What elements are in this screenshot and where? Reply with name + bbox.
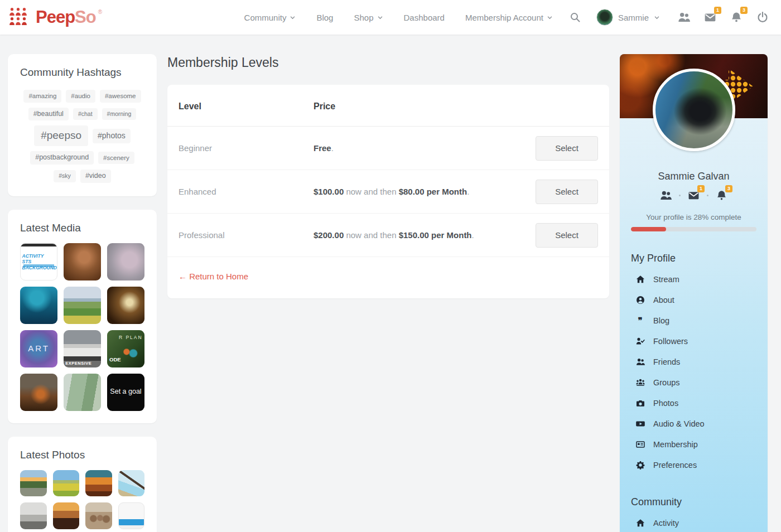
hashtag-chat[interactable]: #chat bbox=[73, 108, 98, 120]
column-header-price: Price bbox=[314, 101, 529, 112]
friend-requests-button[interactable] bbox=[678, 11, 690, 23]
people-icon bbox=[660, 190, 672, 201]
media-thumb-gray-smoke[interactable] bbox=[107, 243, 144, 280]
profile-menu-followers[interactable]: Followers bbox=[620, 331, 768, 351]
nav-item-dashboard[interactable]: Dashboard bbox=[404, 13, 445, 22]
photo-thumb-document-screenshot[interactable] bbox=[118, 502, 145, 529]
profile-avatar[interactable] bbox=[653, 69, 735, 151]
top-navbar: PeepSo ® Community Blog Shop Dashboard M… bbox=[0, 0, 781, 35]
table-row-beginner: Beginner Free. Select bbox=[167, 127, 609, 170]
photo-thumb-sepia-balloons[interactable] bbox=[85, 502, 112, 529]
hashtag-postbackground[interactable]: #postbackground bbox=[30, 151, 94, 165]
photo-grid bbox=[20, 470, 144, 529]
profile-friends-button[interactable] bbox=[660, 190, 672, 201]
peepso-people-icon bbox=[9, 8, 33, 27]
hashtag-awesome[interactable]: #awesome bbox=[100, 90, 141, 103]
hashtag-photos[interactable]: #photos bbox=[93, 129, 131, 143]
price-cell: Free. bbox=[314, 143, 529, 153]
nav-item-membership-account[interactable]: Membership Account bbox=[465, 13, 553, 22]
profile-menu-preferences[interactable]: Preferences bbox=[620, 454, 768, 475]
photo-thumb-palm-beach[interactable] bbox=[118, 470, 145, 497]
select-professional-button[interactable]: Select bbox=[536, 223, 598, 248]
price-cell: $100.00 now and then $80.00 per Month. bbox=[314, 187, 529, 196]
search-button[interactable] bbox=[570, 12, 581, 23]
media-thumb-night-figure[interactable] bbox=[107, 287, 144, 324]
chevron-down-icon bbox=[547, 14, 553, 21]
profile-menu-blog[interactable]: ❞Blog bbox=[620, 310, 768, 331]
hashtag-amazing[interactable]: #amazing bbox=[23, 90, 61, 103]
return-to-home-link[interactable]: ← Return to Home bbox=[179, 272, 248, 281]
hashtag-cloud: #amazing #audio #awesome #beautiful #cha… bbox=[20, 88, 144, 184]
nav-item-community[interactable]: Community bbox=[244, 13, 296, 22]
hashtag-audio[interactable]: #audio bbox=[66, 90, 95, 103]
widget-title: Latest Media bbox=[20, 222, 144, 234]
separator-dot bbox=[707, 195, 708, 196]
profile-menu-photos[interactable]: Photos bbox=[620, 393, 768, 413]
photo-thumb-crowd-sunset[interactable] bbox=[53, 502, 80, 529]
hashtag-video[interactable]: #video bbox=[80, 170, 111, 183]
chevron-down-icon bbox=[290, 14, 296, 21]
people-group-icon bbox=[635, 378, 645, 387]
power-icon bbox=[756, 11, 769, 23]
user-check-icon bbox=[635, 337, 645, 346]
media-thumb-autumn-forest[interactable] bbox=[20, 374, 57, 411]
video-icon bbox=[635, 419, 645, 428]
section-header-my-profile: My Profile bbox=[620, 253, 768, 264]
profile-icon-row: 1 3 bbox=[620, 190, 768, 201]
photo-thumb-sunset-landscape[interactable] bbox=[85, 470, 112, 497]
home-icon bbox=[635, 275, 645, 284]
search-icon bbox=[570, 12, 581, 23]
messages-badge: 1 bbox=[697, 185, 705, 192]
media-thumb-orange-smoke[interactable] bbox=[64, 243, 101, 280]
profile-completeness-text: Your profile is 28% complete bbox=[620, 213, 768, 221]
hashtag-peepso[interactable]: #peepso bbox=[34, 125, 88, 146]
photo-thumb-foggy-temple[interactable] bbox=[20, 502, 47, 529]
user-menu[interactable]: Sammie bbox=[596, 9, 660, 26]
community-menu-activity[interactable]: Activity bbox=[620, 512, 768, 532]
column-header-level: Level bbox=[179, 101, 314, 112]
profile-menu-membership[interactable]: Membership bbox=[620, 434, 768, 454]
chevron-down-icon bbox=[377, 14, 383, 21]
hashtag-sky[interactable]: #sky bbox=[54, 170, 76, 182]
hashtag-beautiful[interactable]: #beautiful bbox=[28, 108, 69, 121]
latest-photos-widget: Latest Photos bbox=[8, 437, 157, 532]
nav-item-blog[interactable]: Blog bbox=[316, 13, 333, 22]
media-thumb-white-car[interactable]: EXPENSIVE bbox=[64, 330, 101, 367]
photo-thumb-road-sunset[interactable] bbox=[20, 470, 47, 497]
user-name: Sammie bbox=[618, 13, 649, 22]
table-row-enhanced: Enhanced $100.00 now and then $80.00 per… bbox=[167, 170, 609, 214]
hashtag-morning[interactable]: #morning bbox=[102, 108, 137, 120]
camera-icon bbox=[635, 399, 645, 408]
media-thumb-underwater-forest[interactable] bbox=[20, 287, 57, 324]
media-thumb-glass-plants[interactable] bbox=[64, 374, 101, 411]
avatar bbox=[596, 9, 613, 26]
table-header-row: Level Price bbox=[167, 85, 609, 127]
media-thumb-mountain-meadow[interactable] bbox=[64, 287, 101, 324]
notifications-button[interactable]: 3 bbox=[730, 11, 743, 23]
profile-menu-friends[interactable]: Friends bbox=[620, 351, 768, 372]
profile-menu-audio-video[interactable]: Audio & Video bbox=[620, 413, 768, 434]
profile-messages-button[interactable]: 1 bbox=[688, 190, 700, 201]
registered-mark: ® bbox=[98, 9, 102, 15]
select-enhanced-button[interactable]: Select bbox=[536, 180, 598, 204]
logout-button[interactable] bbox=[756, 11, 769, 23]
messages-button[interactable]: 1 bbox=[704, 11, 716, 23]
profile-menu-about[interactable]: About bbox=[620, 289, 768, 310]
media-thumb-activity-screenshot[interactable]: ACTIVITYSTS BACKGROUND bbox=[20, 243, 57, 280]
hashtag-scenery[interactable]: #scenery bbox=[98, 152, 134, 165]
media-thumb-birds[interactable]: R PLAN ODE bbox=[107, 330, 144, 367]
nav-item-shop[interactable]: Shop bbox=[354, 13, 383, 22]
messages-badge: 1 bbox=[714, 7, 721, 14]
profile-menu-groups[interactable]: Groups bbox=[620, 372, 768, 393]
profile-sidebar: Sammie Galvan 1 3 Your profile is 28% co… bbox=[620, 54, 768, 532]
media-thumb-art-globe[interactable]: ART bbox=[20, 330, 57, 367]
media-thumb-set-a-goal[interactable]: Set a goal bbox=[107, 374, 144, 411]
select-beginner-button[interactable]: Select bbox=[536, 136, 598, 161]
peepso-logo[interactable]: PeepSo ® bbox=[9, 8, 102, 27]
profile-menu-stream[interactable]: Stream bbox=[620, 269, 768, 289]
profile-name: Sammie Galvan bbox=[620, 171, 768, 182]
profile-notifications-button[interactable]: 3 bbox=[716, 190, 727, 201]
price-cell: $200.00 now and then $150.00 per Month. bbox=[314, 230, 529, 240]
photo-thumb-yellow-field[interactable] bbox=[53, 470, 80, 497]
home-icon bbox=[635, 519, 645, 528]
